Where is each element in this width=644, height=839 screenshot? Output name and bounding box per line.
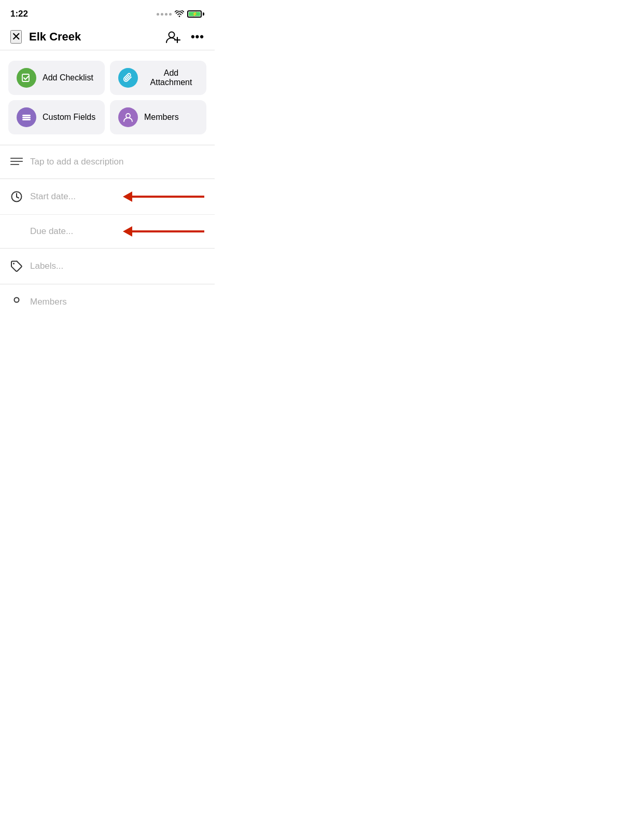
start-date-row[interactable]: Start date... xyxy=(0,179,215,215)
svg-rect-6 xyxy=(22,117,31,118)
wifi-icon xyxy=(175,10,184,18)
add-attachment-button[interactable]: Add Attachment xyxy=(110,61,206,95)
add-member-button[interactable] xyxy=(166,30,180,44)
svg-line-14 xyxy=(17,197,19,198)
svg-rect-7 xyxy=(22,119,31,120)
due-date-row[interactable]: Due date... xyxy=(0,215,215,248)
custom-fields-icon xyxy=(17,107,36,127)
members-button[interactable]: Members xyxy=(110,100,206,134)
page-title: Elk Creek xyxy=(29,30,81,44)
attachment-icon xyxy=(118,68,138,88)
svg-point-15 xyxy=(13,263,15,265)
due-date-placeholder: Due date... xyxy=(30,226,73,237)
svg-point-16 xyxy=(15,298,19,302)
bottom-members-section[interactable]: Members xyxy=(0,284,215,320)
labels-placeholder: Labels... xyxy=(30,261,63,271)
clock-icon xyxy=(10,190,23,203)
add-checklist-label: Add Checklist xyxy=(43,73,93,82)
custom-fields-button[interactable]: Custom Fields xyxy=(8,100,105,134)
description-placeholder: Tap to add a description xyxy=(30,157,124,167)
description-section[interactable]: Tap to add a description xyxy=(0,145,215,179)
action-grid: Add Checklist Add Attachment Custom Fiel… xyxy=(0,50,215,145)
status-bar: 1:22 ⚡ xyxy=(0,0,215,26)
battery-icon: ⚡ xyxy=(187,10,204,18)
more-options-button[interactable]: ••• xyxy=(191,30,204,44)
custom-fields-label: Custom Fields xyxy=(43,113,95,122)
svg-rect-5 xyxy=(22,115,31,116)
close-button[interactable]: ✕ xyxy=(10,30,22,44)
svg-point-0 xyxy=(179,16,180,17)
status-time: 1:22 xyxy=(10,9,28,19)
svg-rect-4 xyxy=(22,74,29,81)
nav-right: ••• xyxy=(166,30,204,44)
add-attachment-label: Add Attachment xyxy=(144,68,198,87)
start-date-arrow xyxy=(123,191,204,202)
labels-section[interactable]: Labels... xyxy=(0,249,215,284)
due-date-arrow xyxy=(123,226,204,237)
start-date-placeholder: Start date... xyxy=(30,191,76,202)
members-icon xyxy=(118,107,138,127)
status-icons: ⚡ xyxy=(157,10,204,18)
label-icon xyxy=(10,260,23,272)
bottom-members-placeholder: Members xyxy=(30,297,67,307)
description-icon xyxy=(10,157,23,167)
members-label: Members xyxy=(144,113,179,122)
add-checklist-button[interactable]: Add Checklist xyxy=(8,61,105,95)
nav-left: ✕ Elk Creek xyxy=(10,30,81,44)
nav-header: ✕ Elk Creek ••• xyxy=(0,26,215,50)
dates-section: Start date... Due date... xyxy=(0,179,215,249)
checklist-icon xyxy=(17,68,36,88)
svg-point-1 xyxy=(169,32,174,38)
signal-dots-icon xyxy=(157,13,172,16)
svg-point-8 xyxy=(126,114,130,118)
bottom-members-icon xyxy=(10,296,23,308)
